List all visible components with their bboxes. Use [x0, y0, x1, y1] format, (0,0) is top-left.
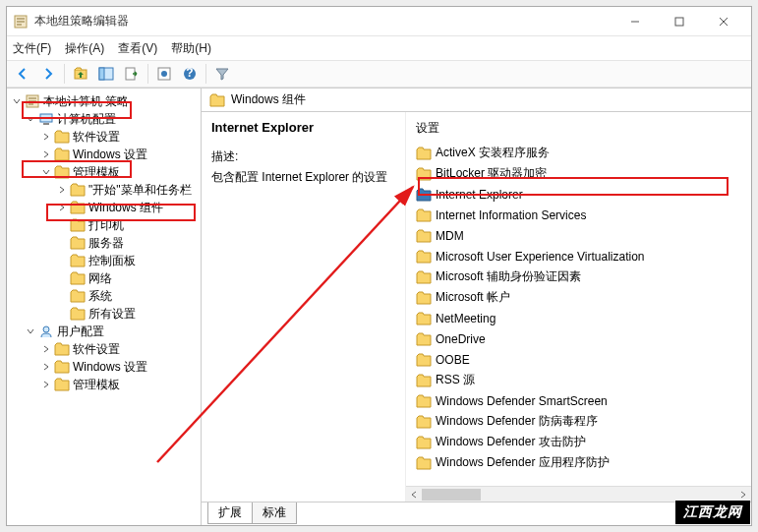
expander-icon[interactable] [11, 95, 23, 107]
tab-extended[interactable]: 扩展 [207, 502, 253, 524]
scroll-right-icon[interactable] [735, 487, 751, 502]
tree-node-12[interactable]: 所有设置 [9, 305, 199, 323]
tree-node-16[interactable]: 管理模板 [9, 376, 199, 393]
list-item[interactable]: Windows Defender 攻击防护 [406, 432, 751, 452]
expander-icon[interactable] [56, 255, 68, 266]
close-button[interactable] [701, 8, 745, 35]
tree-node-6[interactable]: Windows 组件 [9, 199, 199, 216]
expander-icon[interactable] [56, 308, 68, 320]
folder-icon [70, 183, 86, 197]
expander-icon[interactable] [56, 272, 68, 284]
list-item[interactable]: OOBE [406, 349, 751, 370]
tree-label: 计算机配置 [57, 111, 116, 128]
list-item[interactable]: RSS 源 [406, 370, 751, 390]
help-button[interactable]: ? [178, 62, 202, 86]
tree-node-2[interactable]: 软件设置 [9, 128, 199, 146]
folder-icon [70, 254, 86, 267]
svg-point-7 [161, 71, 167, 77]
folder-icon [416, 436, 432, 449]
menu-view[interactable]: 查看(V) [118, 40, 157, 57]
computer-icon [38, 112, 54, 126]
tree-label: 服务器 [88, 235, 124, 252]
list-item[interactable]: Windows Defender 防病毒程序 [406, 411, 751, 432]
properties-button[interactable] [152, 62, 176, 86]
expander-icon[interactable] [40, 131, 52, 143]
tree-node-11[interactable]: 系统 [9, 287, 199, 305]
list-item[interactable]: Microsoft 帐户 [406, 287, 751, 308]
expander-icon[interactable] [40, 148, 52, 160]
expander-icon[interactable] [40, 379, 52, 390]
tree-node-13[interactable]: 用户配置 [9, 323, 199, 340]
folder-icon [416, 332, 432, 346]
menu-action[interactable]: 操作(A) [65, 40, 104, 57]
path-text: Windows 组件 [231, 91, 306, 108]
expander-icon[interactable] [56, 237, 68, 249]
tree-label: 网络 [88, 270, 112, 287]
expander-icon[interactable] [40, 343, 52, 355]
folder-icon [54, 360, 70, 374]
up-button[interactable] [69, 62, 92, 86]
tree-node-8[interactable]: 服务器 [9, 234, 199, 252]
expander-icon[interactable] [25, 325, 36, 337]
list-item-label: BitLocker 驱动器加密 [436, 165, 547, 182]
tab-standard[interactable]: 标准 [252, 502, 297, 524]
list-item-label: Internet Information Services [436, 208, 586, 222]
list-item[interactable]: Internet Information Services [406, 205, 751, 225]
scroll-left-icon[interactable] [406, 487, 422, 502]
folder-icon [416, 208, 432, 222]
scroll-thumb[interactable] [422, 489, 481, 501]
expander-icon[interactable] [56, 184, 68, 196]
list-item-label: Internet Explorer [436, 188, 523, 202]
folder-icon [70, 307, 86, 321]
minimize-button[interactable] [612, 8, 657, 35]
tree-node-14[interactable]: 软件设置 [9, 340, 199, 358]
tree-node-9[interactable]: 控制面板 [9, 252, 199, 269]
back-button[interactable] [11, 62, 34, 86]
list-item[interactable]: Windows Defender SmartScreen [406, 390, 751, 411]
tree-node-3[interactable]: Windows 设置 [9, 146, 199, 163]
list-item[interactable]: BitLocker 驱动器加密 [406, 163, 751, 184]
svg-point-13 [43, 326, 49, 332]
list-item[interactable]: NetMeeting [406, 308, 751, 328]
expander-icon[interactable] [56, 290, 68, 302]
book-icon [25, 94, 40, 108]
expander-icon[interactable] [40, 166, 52, 178]
tree-node-10[interactable]: 网络 [9, 269, 199, 287]
tree-pane[interactable]: 本地计算机 策略计算机配置软件设置Windows 设置管理模板"开始"菜单和任务… [7, 89, 202, 525]
list-item[interactable]: Internet Explorer [406, 184, 751, 205]
expander-icon[interactable] [56, 202, 68, 213]
menu-file[interactable]: 文件(F) [13, 40, 51, 57]
tree-node-15[interactable]: Windows 设置 [9, 358, 199, 376]
show-hide-tree-button[interactable] [94, 62, 118, 86]
export-button[interactable] [120, 62, 144, 86]
list-item[interactable]: ActiveX 安装程序服务 [406, 143, 751, 163]
list-item[interactable]: MDM [406, 225, 751, 246]
tree-node-4[interactable]: 管理模板 [9, 163, 199, 181]
expander-icon[interactable] [25, 113, 36, 125]
expander-icon[interactable] [40, 361, 52, 373]
tree-label: 所有设置 [88, 306, 136, 323]
tree-label: "开始"菜单和任务栏 [88, 182, 192, 199]
settings-list[interactable]: 设置ActiveX 安装程序服务BitLocker 驱动器加密Internet … [406, 112, 751, 502]
list-header[interactable]: 设置 [406, 118, 751, 143]
folder-icon [416, 291, 432, 305]
tree-node-5[interactable]: "开始"菜单和任务栏 [9, 181, 199, 199]
tree-node-0[interactable]: 本地计算机 策略 [9, 92, 199, 110]
tree-node-7[interactable]: 打印机 [9, 216, 199, 234]
horizontal-scrollbar[interactable] [406, 486, 751, 502]
forward-button[interactable] [36, 62, 60, 86]
list-item[interactable]: OneDrive [406, 328, 751, 349]
list-item[interactable]: Windows Defender 应用程序防护 [406, 452, 751, 473]
tree-node-1[interactable]: 计算机配置 [9, 110, 199, 128]
menu-help[interactable]: 帮助(H) [171, 40, 211, 57]
expander-icon[interactable] [56, 219, 68, 231]
maximize-button[interactable] [657, 8, 701, 35]
tree-label: 系统 [88, 288, 112, 305]
list-item[interactable]: Microsoft User Experience Virtualization [406, 246, 751, 266]
list-item-label: Windows Defender 应用程序防护 [436, 454, 610, 471]
folder-icon [54, 130, 70, 144]
folder-icon [416, 456, 432, 470]
list-item[interactable]: Microsoft 辅助身份验证因素 [406, 266, 751, 287]
app-icon [13, 14, 29, 30]
filter-button[interactable] [210, 62, 234, 86]
